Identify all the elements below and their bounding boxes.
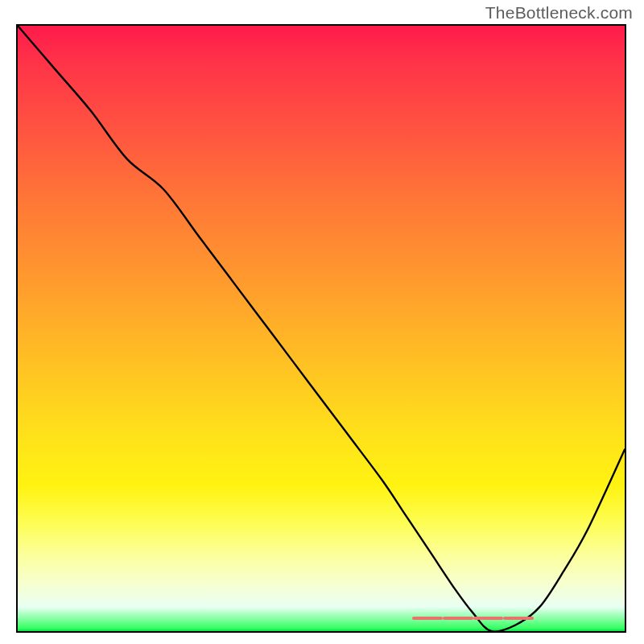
optimal-marker-cell	[412, 617, 443, 620]
optimal-marker-cell	[382, 617, 412, 620]
optimal-marker-cell	[443, 617, 473, 620]
watermark-text: TheBottleneck.com	[485, 3, 633, 23]
optimal-marker-cell	[170, 617, 200, 620]
optimal-marker-cell	[503, 617, 534, 620]
optimal-marker-cell	[352, 617, 382, 620]
optimal-marker-cell	[139, 617, 170, 620]
optimal-marker-cell	[230, 617, 261, 620]
optimal-marker-cell	[78, 617, 109, 620]
optimal-marker-cell	[18, 617, 48, 620]
optimal-range-markers	[18, 617, 625, 620]
optimal-marker-cell	[109, 617, 139, 620]
optimal-marker-cell	[594, 617, 625, 620]
optimal-marker-cell	[261, 617, 291, 620]
plot-frame	[16, 24, 626, 633]
optimal-marker-cell	[200, 617, 230, 620]
optimal-marker-cell	[534, 617, 564, 620]
chart-container: TheBottleneck.com	[0, 0, 644, 644]
bottleneck-curve	[18, 26, 625, 631]
optimal-marker-cell	[321, 617, 352, 620]
optimal-marker-cell	[48, 617, 79, 620]
optimal-marker-cell	[564, 617, 595, 620]
optimal-marker-cell	[473, 617, 504, 620]
optimal-marker-cell	[291, 617, 321, 620]
